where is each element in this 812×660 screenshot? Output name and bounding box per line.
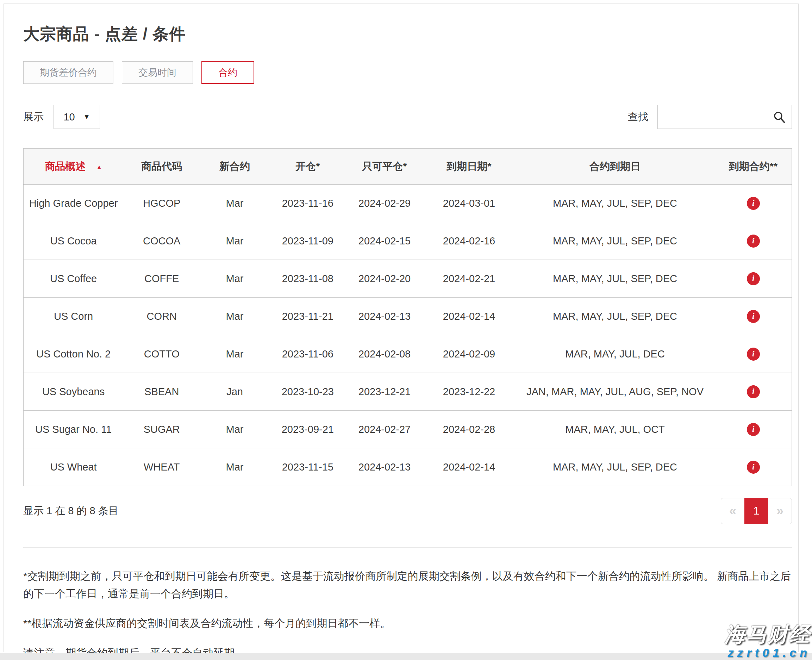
search-label: 查找	[628, 110, 648, 124]
cell-code: COFFE	[123, 260, 200, 298]
cell-close-only: 2023-12-21	[346, 373, 423, 411]
cell-info: i	[715, 298, 791, 335]
cell-close-only: 2024-02-27	[346, 411, 423, 448]
footnote-1: *交割期到期之前，只可平仓和到期日可能会有所变更。这是基于流动报价商所制定的展期…	[23, 567, 791, 603]
info-icon[interactable]: i	[747, 235, 760, 248]
cell-new-contract: Mar	[200, 222, 269, 260]
cell-expiry-date: 2024-02-09	[423, 335, 515, 373]
column-header-close-only[interactable]: 只可平仓*	[346, 149, 423, 184]
cell-contract-months: MAR, MAY, JUL, SEP, DEC	[515, 184, 715, 222]
cell-commodity: US Soybeans	[24, 373, 124, 411]
page-size-select[interactable]: 10 ▼	[54, 105, 100, 129]
table-row: US Sugar No. 11 SUGAR Mar 2023-09-21 202…	[24, 411, 792, 448]
cell-contract-months: MAR, MAY, JUL, OCT	[515, 411, 715, 448]
info-icon[interactable]: i	[747, 310, 760, 323]
cell-commodity: US Wheat	[24, 448, 124, 486]
cell-commodity: US Cocoa	[24, 222, 124, 260]
column-header-open[interactable]: 开仓*	[270, 149, 346, 184]
info-icon[interactable]: i	[747, 385, 760, 398]
search-control: 查找	[628, 105, 792, 129]
entries-summary: 显示 1 在 8 的 8 条目	[23, 504, 119, 518]
tab-contracts[interactable]: 合约	[201, 61, 254, 84]
watermark: 海马财经 zzrt01.cn	[725, 624, 810, 659]
cell-contract-months: MAR, MAY, JUL, SEP, DEC	[515, 298, 715, 335]
cell-code: CORN	[123, 298, 200, 335]
cell-close-only: 2024-02-08	[346, 335, 423, 373]
column-header-new-contract[interactable]: 新合约	[200, 149, 269, 184]
pagination: « 1 »	[721, 498, 792, 524]
bottom-strip	[0, 653, 812, 660]
page-size-control: 展示 10 ▼	[23, 105, 100, 129]
cell-expiry-date: 2024-02-14	[423, 448, 515, 486]
info-icon[interactable]: i	[747, 272, 760, 285]
cell-commodity: US Coffee	[24, 260, 124, 298]
pagination-page-1[interactable]: 1	[744, 498, 768, 524]
watermark-brand: 海马财经	[725, 624, 810, 645]
table-row: US Cocoa COCOA Mar 2023-11-09 2024-02-15…	[24, 222, 792, 260]
commodity-table: 商品概述▲ 商品代码 新合约 开仓* 只可平仓* 到期日期* 合约到期日 到期合…	[23, 148, 792, 486]
cell-commodity: US Sugar No. 11	[24, 411, 124, 448]
tab-trading-hours[interactable]: 交易时间	[122, 61, 193, 84]
column-header-expiry-date[interactable]: 到期日期*	[423, 149, 515, 184]
cell-close-only: 2024-02-29	[346, 184, 423, 222]
double-chevron-right-icon: »	[776, 504, 783, 519]
info-icon[interactable]: i	[747, 461, 760, 474]
table-row: US Corn CORN Mar 2023-11-21 2024-02-13 2…	[24, 298, 792, 335]
cell-expiry-date: 2024-03-01	[423, 184, 515, 222]
cell-open: 2023-11-21	[270, 298, 346, 335]
cell-contract-months: MAR, MAY, JUL, DEC	[515, 335, 715, 373]
info-icon[interactable]: i	[747, 197, 760, 210]
cell-expiry-date: 2024-02-28	[423, 411, 515, 448]
cell-close-only: 2024-02-20	[346, 260, 423, 298]
show-label: 展示	[23, 110, 44, 124]
pagination-next-button[interactable]: »	[768, 498, 792, 524]
table-footer: 显示 1 在 8 的 8 条目 « 1 »	[23, 498, 792, 524]
cell-info: i	[715, 411, 791, 448]
cell-expiry-date: 2024-02-16	[423, 222, 515, 260]
cell-commodity: US Cotton No. 2	[24, 335, 124, 373]
info-icon[interactable]: i	[747, 347, 760, 361]
cell-commodity: US Corn	[24, 298, 124, 335]
cell-info: i	[715, 184, 791, 222]
cell-contract-months: MAR, MAY, JUL, SEP, DEC	[515, 260, 715, 298]
cell-open: 2023-10-23	[270, 373, 346, 411]
column-header-expiring-contracts[interactable]: 到期合约**	[715, 149, 791, 184]
table-row: US Cotton No. 2 COTTO Mar 2023-11-06 202…	[24, 335, 792, 373]
search-input[interactable]	[658, 105, 791, 129]
page-size-value: 10	[63, 111, 75, 123]
table-header-row: 商品概述▲ 商品代码 新合约 开仓* 只可平仓* 到期日期* 合约到期日 到期合…	[24, 149, 792, 184]
info-icon[interactable]: i	[747, 423, 760, 436]
cell-open: 2023-11-08	[270, 260, 346, 298]
tab-futures-cfd[interactable]: 期货差价合约	[23, 61, 113, 84]
cell-close-only: 2024-02-15	[346, 222, 423, 260]
watermark-site: zzrt01.cn	[725, 647, 810, 659]
search-icon	[772, 111, 786, 124]
cell-new-contract: Mar	[200, 335, 269, 373]
cell-contract-months: MAR, MAY, JUL, SEP, DEC	[515, 222, 715, 260]
chevron-down-icon: ▼	[84, 113, 90, 121]
cell-contract-months: JAN, MAR, MAY, JUL, AUG, SEP, NOV	[515, 373, 715, 411]
cell-new-contract: Jan	[200, 373, 269, 411]
cell-info: i	[715, 448, 791, 486]
cell-open: 2023-11-06	[270, 335, 346, 373]
cell-info: i	[715, 373, 791, 411]
cell-open: 2023-11-16	[270, 184, 346, 222]
table-row: High Grade Copper HGCOP Mar 2023-11-16 2…	[24, 184, 792, 222]
cell-open: 2023-09-21	[270, 411, 346, 448]
pagination-prev-button[interactable]: «	[721, 498, 745, 524]
column-header-code[interactable]: 商品代码	[123, 149, 200, 184]
cell-info: i	[715, 335, 791, 373]
cell-contract-months: MAR, MAY, JUL, SEP, DEC	[515, 448, 715, 486]
cell-expiry-date: 2023-12-22	[423, 373, 515, 411]
table-row: US Coffee COFFE Mar 2023-11-08 2024-02-2…	[24, 260, 792, 298]
cell-code: COCOA	[123, 222, 200, 260]
table-row: US Wheat WHEAT Mar 2023-11-15 2024-02-13…	[24, 448, 792, 486]
column-header-contract-months[interactable]: 合约到期日	[515, 149, 715, 184]
cell-code: COTTO	[123, 335, 200, 373]
cell-code: HGCOP	[123, 184, 200, 222]
column-header-commodity[interactable]: 商品概述▲	[24, 149, 124, 184]
cell-close-only: 2024-02-13	[346, 448, 423, 486]
table-controls: 展示 10 ▼ 查找	[23, 105, 792, 129]
cell-open: 2023-11-15	[270, 448, 346, 486]
footnote-2: **根据流动资金供应商的交割时间表及合约流动性，每个月的到期日都不一样。	[23, 614, 791, 632]
